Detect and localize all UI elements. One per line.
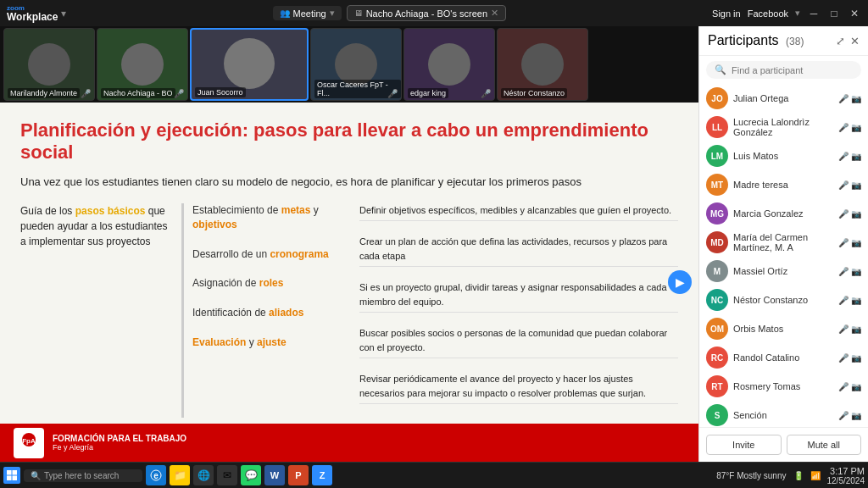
participant-avatar-1: LL <box>706 116 728 138</box>
expand-icon[interactable]: ⤢ <box>836 35 845 47</box>
screen-chip[interactable]: 🖥 Nacho Achiaga - BO's screen ✕ <box>347 5 506 21</box>
close-panel-icon[interactable]: ✕ <box>850 35 860 47</box>
participant-item-10[interactable]: RTRosmery Tomas🎤📷 <box>699 372 868 401</box>
highlight-metas: metas <box>281 204 311 216</box>
mute-icon: 🎤 <box>838 238 849 247</box>
participant-icons-5: 🎤📷 <box>838 238 861 247</box>
video-thumb-1[interactable]: Nacho Achiaga - BO 🎤 <box>97 28 188 101</box>
participant-name-9: Randol Catalino <box>733 352 833 363</box>
signin-link[interactable]: Sign in <box>712 8 741 19</box>
taskbar-search[interactable]: 🔍 Type here to search <box>24 469 142 482</box>
taskbar-icon-mail[interactable]: ✉ <box>217 465 237 485</box>
video-thumb-3[interactable]: Oscar Caceres FpT - Fl... 🎤 <box>310 28 402 101</box>
search-bar[interactable]: 🔍 <box>706 61 861 79</box>
thumb-mute-0: 🎤 <box>81 89 91 98</box>
panel-title: Participants (38) <box>708 33 804 48</box>
panel-icons: ⤢ ✕ <box>836 35 860 47</box>
svg-text:e: e <box>153 471 159 480</box>
participant-avatar-3: MT <box>706 174 728 196</box>
video-icon: 📷 <box>851 324 861 334</box>
taskbar-icon-zoom[interactable]: Z <box>312 465 332 485</box>
participant-item-1[interactable]: LLLucrecia Lalondrìz González🎤📷 <box>699 113 868 141</box>
slide-item-3: Identificación de aliados <box>192 306 351 320</box>
footer-sub: Fe y Alegría <box>53 443 186 452</box>
mute-icon: 🎤 <box>838 123 849 132</box>
thumb-mute-3: 🎤 <box>387 89 398 98</box>
zoom-brand: zoom Workplace ▾ <box>7 5 66 22</box>
participant-item-6[interactable]: MMassiel Ortíz🎤📷 <box>699 257 868 286</box>
participant-icons-2: 🎤📷 <box>838 152 861 161</box>
participant-item-8[interactable]: OMOrbis Matos🎤📷 <box>699 314 868 343</box>
participant-item-9[interactable]: RCRandol Catalino🎤📷 <box>699 343 868 372</box>
edge-icon: e <box>149 469 163 482</box>
participant-icons-0: 🎤📷 <box>838 94 861 103</box>
video-icon: 📷 <box>851 353 861 363</box>
video-icon: 📷 <box>851 411 861 420</box>
thumb-label-5: Néstor Constanzo <box>501 88 567 98</box>
video-thumb-0[interactable]: Marilanddy Almonte 🎤 <box>3 28 95 101</box>
participant-avatar-2: LM <box>706 145 728 167</box>
zoom-call-area: Marilanddy Almonte 🎤 Nacho Achiaga - BO … <box>0 26 698 462</box>
taskbar-icon-folder[interactable]: 📁 <box>170 465 190 485</box>
footer-main: FORMACIÓN PARA EL TRABAJO <box>53 434 186 443</box>
start-button[interactable] <box>3 467 20 484</box>
thumb-label-1: Nacho Achiaga - BO <box>101 88 175 98</box>
participant-avatar-11: S <box>706 404 728 426</box>
mute-icon: 🎤 <box>838 94 849 103</box>
taskbar-icon-edge[interactable]: e <box>146 465 166 485</box>
slide-subtitle: Una vez que los estudiantes tienen claro… <box>20 175 678 190</box>
panel-footer: Invite Mute all <box>699 427 868 462</box>
participant-icons-3: 🎤📷 <box>838 180 861 190</box>
participant-item-11[interactable]: SSención🎤📷 <box>699 401 868 427</box>
video-thumb-active[interactable]: Juan Socorro <box>190 28 309 101</box>
footer-text: FORMACIÓN PARA EL TRABAJO Fe y Alegría <box>53 434 186 452</box>
taskbar-icon-powerpoint[interactable]: P <box>288 465 309 485</box>
weather-text: 87°F Mostly sunny <box>716 471 786 480</box>
taskbar-icon-word[interactable]: W <box>264 465 285 485</box>
video-icon: 📷 <box>851 382 861 391</box>
video-icon: 📷 <box>851 296 861 305</box>
slide-right: Definir objetivos específicos, medibles … <box>359 203 678 419</box>
nav-arrow-button[interactable]: ▶ <box>668 270 692 294</box>
mute-icon: 🎤 <box>838 296 849 305</box>
footer-logo: FpA <box>14 428 44 458</box>
participant-name-10: Rosmery Tomas <box>733 381 833 391</box>
taskbar-icon-chrome[interactable]: 🌐 <box>193 465 214 485</box>
mute-icon: 🎤 <box>838 267 849 276</box>
brand-chevron[interactable]: ▾ <box>61 8 66 19</box>
slide-footer: FpA FORMACIÓN PARA EL TRABAJO Fe y Alegr… <box>0 424 698 462</box>
participant-item-5[interactable]: MDMaría del Carmen Martínez, M. A🎤📷 <box>699 228 868 257</box>
participants-list: JOJulian Ortega🎤📷LLLucrecia Lalondrìz Go… <box>699 84 868 427</box>
video-icon: 📷 <box>851 209 861 219</box>
taskbar-wifi: 📶 <box>810 471 821 480</box>
mute-icon: 🎤 <box>838 152 849 161</box>
close-button[interactable]: ✕ <box>848 7 861 20</box>
search-input[interactable] <box>732 65 853 75</box>
slide-title: Planificación y ejecución: pasos para ll… <box>20 119 678 164</box>
taskbar-icon-whatsapp[interactable]: 💬 <box>241 465 261 485</box>
participant-icons-11: 🎤📷 <box>838 411 861 420</box>
participant-item-2[interactable]: LMLuis Matos🎤📷 <box>699 141 868 170</box>
slide-desc-0: Definir objetivos específicos, medibles … <box>359 203 678 222</box>
invite-button[interactable]: Invite <box>706 435 782 455</box>
taskbar-right: 87°F Mostly sunny 🔋 📶 3:17 PM 12/5/2024 <box>716 466 865 485</box>
mute-icon: 🎤 <box>838 209 849 219</box>
video-thumb-5[interactable]: Néstor Constanzo <box>497 28 588 101</box>
participant-name-7: Néstor Constanzo <box>733 295 833 305</box>
highlight-roles: roles <box>259 277 284 289</box>
slide-item-4: Evaluación y ajuste <box>192 336 351 350</box>
mute-all-button[interactable]: Mute all <box>787 435 862 455</box>
facebook-link[interactable]: Facebook <box>748 8 788 19</box>
participant-name-0: Julian Ortega <box>733 93 833 103</box>
participant-name-6: Massiel Ortíz <box>733 266 833 276</box>
participant-item-4[interactable]: MGMarcia Gonzalez🎤📷 <box>699 199 868 228</box>
meeting-chip[interactable]: 👥 Meeting ▾ <box>273 6 342 20</box>
participant-item-3[interactable]: MTMadre teresa🎤📷 <box>699 170 868 199</box>
slide-desc-1: Crear un plan de acción que defina las a… <box>359 235 678 267</box>
maximize-button[interactable]: □ <box>827 7 841 20</box>
video-thumb-4[interactable]: edgar king 🎤 <box>403 28 495 101</box>
participant-item-7[interactable]: NCNéstor Constanzo🎤📷 <box>699 286 868 314</box>
taskbar-search-text: Type here to search <box>44 471 119 480</box>
minimize-button[interactable]: ─ <box>807 7 821 20</box>
participant-item-0[interactable]: JOJulian Ortega🎤📷 <box>699 84 868 113</box>
